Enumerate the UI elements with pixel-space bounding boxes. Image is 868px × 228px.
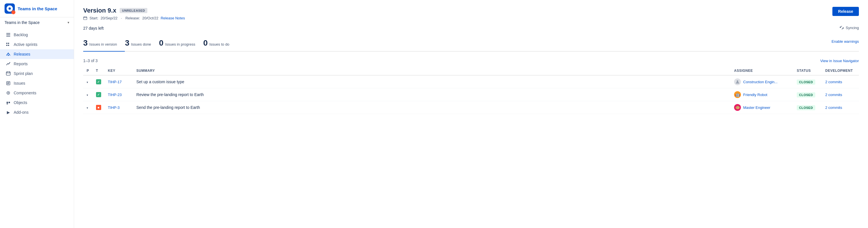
- sidebar-item-backlog[interactable]: Backlog: [0, 30, 74, 40]
- assignee-cell: 🐵 Master Engineer: [731, 101, 793, 114]
- sidebar-item-label: Issues: [14, 81, 25, 86]
- sidebar-item-components[interactable]: Components: [0, 88, 74, 98]
- type-cell: ■: [93, 101, 104, 114]
- stat-label: Issues done: [131, 42, 151, 47]
- sidebar-item-label: Objects: [14, 100, 27, 105]
- unreleased-badge: UNRELEASED: [120, 8, 147, 13]
- view-in-issue-navigator-link[interactable]: View in Issue Navigator: [820, 59, 859, 63]
- dev-commits-link[interactable]: 2 commits: [825, 93, 842, 97]
- release-button[interactable]: Release: [832, 7, 859, 16]
- sidebar-item-add-ons[interactable]: ▶ Add-ons: [0, 107, 74, 117]
- table-header: P T Key Summary Assignee Status Developm…: [83, 66, 859, 75]
- main-content: Version 9.x UNRELEASED Start: 20/Sep/22 …: [74, 0, 868, 228]
- svg-rect-21: [84, 17, 87, 20]
- stat-issues-to-do[interactable]: 0 Issues to do: [203, 35, 237, 51]
- table-row: ▾ ✓ TIHP-17 Set up a custom issue type C…: [83, 75, 859, 88]
- table-row: ▾ ✓ TIHP-23 Review the pre-landing repor…: [83, 88, 859, 101]
- stat-number: 3: [125, 38, 129, 47]
- reports-icon: [6, 61, 11, 66]
- stat-issues-in-progress[interactable]: 0 Issues in progress: [159, 35, 203, 51]
- sidebar-item-releases[interactable]: Releases: [0, 49, 74, 59]
- issue-table: P T Key Summary Assignee Status Developm…: [83, 66, 859, 114]
- assignee-cell: Construction Engin...: [731, 75, 793, 88]
- sidebar-nav: Backlog Active sprints Releases: [0, 28, 74, 120]
- sprint-icon: [6, 42, 11, 47]
- issue-key-link[interactable]: TIHP-17: [108, 80, 122, 84]
- version-title: Version 9.x: [83, 7, 116, 14]
- sidebar-item-objects[interactable]: Objects: [0, 98, 74, 107]
- sidebar-item-label: Backlog: [14, 32, 28, 37]
- app-title: Teams in the Space: [18, 6, 57, 11]
- assignee-name[interactable]: Master Engineer: [743, 105, 770, 110]
- sidebar-item-label: Releases: [14, 52, 30, 57]
- avatar: 🤖: [734, 91, 741, 98]
- dev-commits-link[interactable]: 2 commits: [825, 105, 842, 110]
- summary-cell: Send the pre-landing report to Earth: [133, 101, 731, 114]
- syncing-status: Syncing: [839, 25, 859, 30]
- avatar: 🐵: [734, 104, 741, 111]
- chevron-down-icon: ▾: [67, 21, 69, 25]
- svg-rect-3: [6, 43, 7, 44]
- status-badge: CLOSED: [797, 79, 815, 85]
- col-header-summary: Summary: [133, 66, 731, 75]
- stat-number: 0: [159, 38, 163, 47]
- release-notes-link[interactable]: Release Notes: [161, 16, 185, 20]
- stat-label: Issues in version: [90, 42, 117, 47]
- key-cell: TIHP-3: [104, 101, 133, 114]
- svg-rect-1: [6, 34, 10, 35]
- issue-key-link[interactable]: TIHP-3: [108, 105, 120, 110]
- sprint-plan-icon: [6, 71, 11, 76]
- issue-type-icon: ✓: [96, 79, 101, 84]
- sidebar-item-issues[interactable]: Issues: [0, 78, 74, 88]
- stat-issues-in-version[interactable]: 3 Issues in version: [83, 35, 125, 51]
- enable-warnings-link[interactable]: Enable warnings: [832, 35, 859, 51]
- assignee-cell: 🤖 Friendly Robot: [731, 88, 793, 101]
- sidebar-item-sprint-plan[interactable]: Sprint plan: [0, 69, 74, 78]
- expand-icon[interactable]: ▾: [87, 94, 88, 97]
- svg-rect-2: [6, 36, 10, 36]
- sidebar-item-active-sprints[interactable]: Active sprints: [0, 40, 74, 49]
- development-cell: 2 commits: [822, 101, 859, 114]
- sidebar-item-reports[interactable]: Reports: [0, 59, 74, 69]
- issue-type-icon: ■: [96, 105, 101, 110]
- record-count: 1–3 of 3: [83, 58, 98, 63]
- svg-point-7: [8, 55, 9, 56]
- sidebar-header: Teams in the Space: [0, 0, 74, 18]
- col-header-status: Status: [793, 66, 822, 75]
- version-header-left: Version 9.x UNRELEASED Start: 20/Sep/22 …: [83, 7, 185, 20]
- sidebar-item-label: Components: [14, 91, 36, 95]
- svg-rect-19: [8, 102, 10, 103]
- backlog-icon: [6, 32, 11, 37]
- stat-label: Issues in progress: [165, 42, 195, 47]
- components-icon: [6, 90, 11, 95]
- issue-key-link[interactable]: TIHP-23: [108, 93, 122, 97]
- priority-cell: ▾: [83, 75, 93, 88]
- expand-icon[interactable]: ▾: [87, 80, 88, 84]
- type-cell: ✓: [93, 88, 104, 101]
- col-header-t: T: [93, 66, 104, 75]
- issues-icon: [6, 80, 11, 86]
- summary-text: Set up a custom issue type: [136, 79, 184, 84]
- development-cell: 2 commits: [822, 75, 859, 88]
- table-row: ▾ ■ TIHP-3 Send the pre-landing report t…: [83, 101, 859, 114]
- status-cell: CLOSED: [793, 101, 822, 114]
- col-header-assignee: Assignee: [731, 66, 793, 75]
- add-ons-icon: ▶: [6, 110, 11, 115]
- summary-text: Review the pre-landing report to Earth: [136, 92, 204, 97]
- release-label: Release:: [125, 16, 140, 20]
- svg-rect-20: [6, 103, 8, 104]
- assignee-name[interactable]: Friendly Robot: [743, 93, 767, 97]
- sidebar-item-label: Add-ons: [14, 110, 29, 115]
- syncing-label: Syncing: [846, 26, 859, 30]
- sidebar-item-label: Reports: [14, 62, 28, 66]
- expand-icon[interactable]: ▾: [87, 106, 88, 109]
- start-date: 20/Sep/22: [101, 16, 117, 20]
- project-selector[interactable]: Teams in the Space ▾: [0, 18, 74, 28]
- start-label: Start:: [90, 16, 98, 20]
- assignee-name[interactable]: Construction Engin...: [743, 80, 778, 84]
- stat-issues-done[interactable]: 3 Issues done: [125, 35, 159, 51]
- avatar: [734, 78, 741, 85]
- dev-commits-link[interactable]: 2 commits: [825, 80, 842, 84]
- summary-cell: Set up a custom issue type: [133, 75, 731, 88]
- sidebar-item-label: Active sprints: [14, 42, 37, 47]
